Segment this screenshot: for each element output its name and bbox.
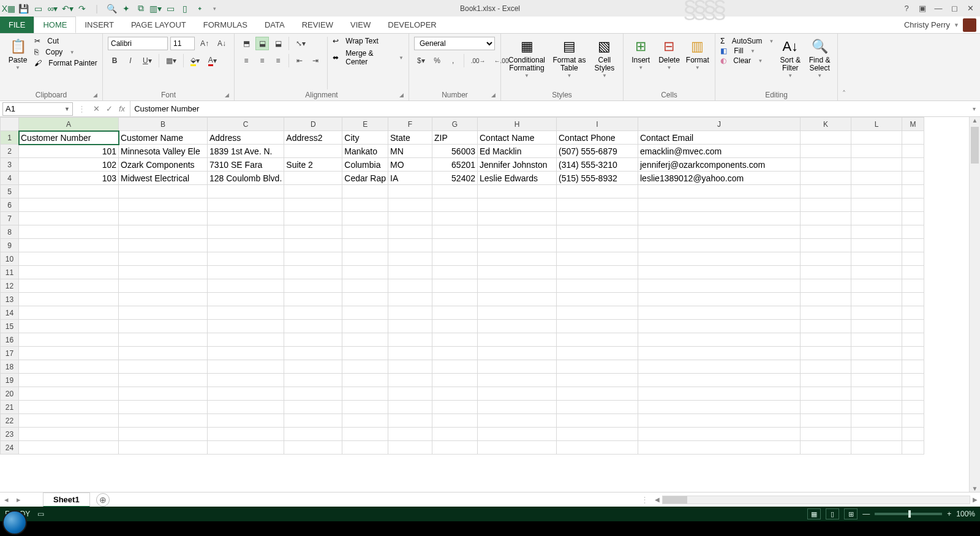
cell[interactable] <box>388 401 432 414</box>
cell[interactable] <box>801 333 851 347</box>
select-all-corner[interactable] <box>1 118 19 131</box>
format-as-table-button[interactable]: ▤Format as Table▼ <box>551 37 587 79</box>
row-header[interactable]: 11 <box>1 266 19 279</box>
cell[interactable]: 102 <box>19 158 119 172</box>
cell[interactable] <box>557 212 638 225</box>
col-header[interactable]: D <box>284 118 342 131</box>
col-header[interactable]: K <box>801 118 851 131</box>
cell[interactable] <box>19 441 119 455</box>
cell[interactable] <box>801 279 851 293</box>
conditional-formatting-button[interactable]: ▦Conditional Formatting▼ <box>506 37 548 79</box>
cell[interactable] <box>638 293 801 306</box>
cell[interactable] <box>432 387 478 401</box>
cell[interactable] <box>851 252 902 266</box>
cell[interactable] <box>388 387 432 401</box>
cell[interactable] <box>19 360 119 374</box>
cell[interactable] <box>478 347 557 360</box>
cell[interactable] <box>902 252 924 266</box>
cell[interactable] <box>119 239 208 252</box>
cell[interactable] <box>208 441 284 455</box>
cell[interactable] <box>119 198 208 212</box>
cell[interactable] <box>432 185 478 198</box>
cell[interactable] <box>342 387 388 401</box>
cell[interactable] <box>342 347 388 360</box>
tab-view[interactable]: VIEW <box>342 17 379 33</box>
row-header[interactable]: 15 <box>1 320 19 333</box>
cell[interactable] <box>19 414 119 428</box>
qat-icon[interactable]: ▭ <box>33 4 43 13</box>
indent-dec-button[interactable]: ⇤ <box>293 54 306 67</box>
cell[interactable] <box>19 333 119 347</box>
cell[interactable]: Ozark Components <box>119 158 208 172</box>
enter-icon[interactable]: ✓ <box>106 104 113 113</box>
cell[interactable] <box>388 198 432 212</box>
account-menu[interactable]: Christy Perry ▼ <box>904 17 980 33</box>
col-header[interactable]: I <box>557 118 638 131</box>
cell[interactable] <box>557 428 638 441</box>
cell[interactable] <box>119 333 208 347</box>
cell[interactable] <box>851 145 902 158</box>
cell[interactable] <box>801 198 851 212</box>
row-header[interactable]: 24 <box>1 441 19 455</box>
tab-page-layout[interactable]: PAGE LAYOUT <box>123 17 195 33</box>
row-header[interactable]: 17 <box>1 347 19 360</box>
cell[interactable] <box>638 374 801 387</box>
cell[interactable] <box>801 347 851 360</box>
cell[interactable] <box>557 198 638 212</box>
format-painter-button[interactable]: 🖌 Format Painter <box>34 59 97 67</box>
delete-cells-button[interactable]: ⊟Delete▼ <box>657 37 681 71</box>
cell[interactable] <box>208 306 284 320</box>
align-top-button[interactable]: ⬒ <box>239 37 253 50</box>
cell[interactable] <box>119 225 208 239</box>
cell[interactable] <box>851 306 902 320</box>
cell[interactable] <box>19 252 119 266</box>
help-icon[interactable]: ? <box>900 2 913 15</box>
cell[interactable] <box>284 185 342 198</box>
cell[interactable] <box>388 320 432 333</box>
cell[interactable] <box>19 374 119 387</box>
tab-home[interactable]: HOME <box>34 17 76 33</box>
cell[interactable] <box>902 360 924 374</box>
cell[interactable] <box>119 306 208 320</box>
cell[interactable] <box>638 320 801 333</box>
comma-button[interactable]: , <box>447 54 460 67</box>
cell[interactable] <box>902 185 924 198</box>
cell[interactable] <box>478 293 557 306</box>
cell[interactable] <box>208 252 284 266</box>
cell[interactable] <box>284 333 342 347</box>
cell[interactable] <box>19 387 119 401</box>
col-header[interactable]: H <box>478 118 557 131</box>
merge-center-button[interactable]: ⬌ Merge & Center ▼ <box>333 49 404 66</box>
col-header[interactable]: J <box>638 118 801 131</box>
align-left-button[interactable]: ≡ <box>239 54 253 67</box>
cell[interactable] <box>432 279 478 293</box>
cell[interactable] <box>638 401 801 414</box>
cancel-icon[interactable]: ✕ <box>93 104 100 113</box>
formula-input[interactable]: Customer Number <box>130 101 968 116</box>
cell[interactable] <box>478 279 557 293</box>
qat-icon[interactable]: ᛭ <box>195 4 205 13</box>
cell[interactable]: 101 <box>19 145 119 158</box>
qat-icon[interactable]: ▯ <box>180 4 190 13</box>
macro-record-icon[interactable]: ▭ <box>37 510 44 518</box>
cell[interactable] <box>19 401 119 414</box>
cell[interactable] <box>902 306 924 320</box>
cell[interactable] <box>801 374 851 387</box>
align-right-button[interactable]: ≡ <box>271 54 285 67</box>
cut-button[interactable]: ✂ Cut <box>34 37 97 45</box>
cell[interactable] <box>557 252 638 266</box>
cell[interactable] <box>801 414 851 428</box>
cell[interactable] <box>432 198 478 212</box>
cell[interactable] <box>284 360 342 374</box>
cell[interactable] <box>638 360 801 374</box>
view-normal-icon[interactable]: ▦ <box>807 508 821 519</box>
cell[interactable] <box>851 414 902 428</box>
qat-icon[interactable]: ✦ <box>121 4 131 13</box>
zoom-slider[interactable] <box>875 513 942 515</box>
tab-insert[interactable]: INSERT <box>76 17 122 33</box>
cell[interactable] <box>801 131 851 145</box>
italic-button[interactable]: I <box>124 54 137 67</box>
col-header[interactable]: M <box>902 118 924 131</box>
currency-button[interactable]: $▾ <box>414 54 428 67</box>
cell[interactable] <box>801 212 851 225</box>
